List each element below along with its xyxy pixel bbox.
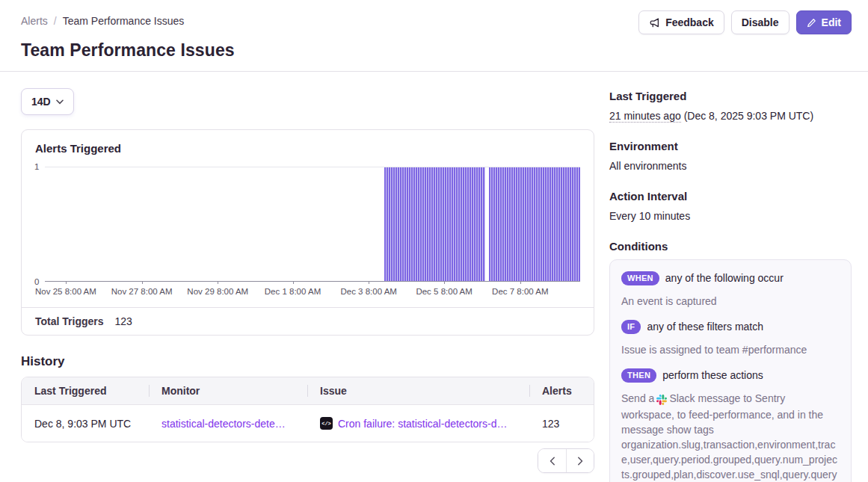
history-table-header: Last Triggered Monitor Issue Alerts (22, 377, 594, 405)
edit-button[interactable]: Edit (796, 10, 852, 34)
x-axis-tick-label: Nov 29 8:00 AM (187, 287, 248, 296)
breadcrumb-alerts-link[interactable]: Alerts (21, 15, 48, 27)
chevron-right-icon (577, 457, 583, 466)
bar-segment (384, 167, 485, 281)
chart-footer: Total Triggers 123 (22, 307, 594, 335)
chart-x-labels: Nov 25 8:00 AMNov 27 8:00 AMNov 29 8:00 … (45, 287, 580, 298)
breadcrumb: Alerts / Team Performance Issues (21, 10, 184, 27)
issue-link[interactable]: Cron failure: statistical-detectors-d… (338, 418, 507, 430)
chart-plot: 1 0 (45, 167, 580, 282)
then-detail-tags: organization.slug,transaction,environmen… (621, 437, 840, 482)
when-detail: An event is captured (621, 294, 840, 309)
history-table: Last Triggered Monitor Issue Alerts Dec … (21, 377, 594, 442)
history-heading: History (21, 354, 594, 369)
next-page-button[interactable] (566, 449, 594, 472)
x-axis-tick-label: Dec 7 8:00 AM (492, 287, 548, 296)
x-axis-tick-label: Nov 27 8:00 AM (111, 287, 173, 296)
relative-time[interactable]: 21 minutes ago (609, 110, 681, 123)
x-axis-tick-label: Dec 3 8:00 AM (340, 287, 396, 296)
chart-title: Alerts Triggered (35, 142, 580, 155)
column-header-last-triggered: Last Triggered (22, 377, 149, 404)
if-badge: IF (621, 320, 641, 334)
cell-monitor: statistical-detectors-dete… (149, 405, 307, 442)
x-axis-tick-mark (369, 281, 369, 284)
edit-button-label: Edit (822, 16, 841, 28)
action-interval-section: Action Interval Every 10 minutes (609, 190, 852, 223)
page-header: Alerts / Team Performance Issues Feedbac… (0, 0, 868, 72)
x-axis-tick-mark (218, 281, 218, 284)
table-row: Dec 8, 9:03 PM UTC statistical-detectors… (22, 405, 594, 442)
conditions-heading: Conditions (609, 240, 852, 253)
x-axis-tick-label: Nov 25 8:00 AM (35, 287, 96, 296)
last-triggered-section: Last Triggered 21 minutes ago (Dec 8, 20… (609, 90, 852, 123)
x-axis-tick-mark (520, 281, 521, 284)
action-interval-heading: Action Interval (609, 190, 852, 203)
breadcrumb-separator: / (54, 15, 57, 27)
environment-heading: Environment (609, 140, 852, 152)
pagination (21, 448, 594, 473)
alerts-triggered-chart-card: Alerts Triggered 1 0 Nov 25 8:00 AMNov 2… (21, 129, 594, 336)
action-interval-value: Every 10 minutes (609, 209, 852, 223)
y-axis-tick-top: 1 (34, 162, 39, 171)
then-condition-row: THEN perform these actions (621, 368, 840, 383)
x-axis-tick-mark (66, 281, 67, 284)
conditions-panel: WHEN any of the following occur An event… (609, 259, 852, 482)
breadcrumb-current: Team Performance Issues (63, 15, 185, 27)
when-condition-row: WHEN any of the following occur (621, 271, 840, 285)
when-badge: WHEN (621, 271, 659, 285)
cell-alerts: 123 (529, 405, 594, 442)
x-axis-tick-label: Dec 1 8:00 AM (265, 287, 321, 296)
bar-segment (489, 167, 580, 281)
then-detail: Send aSlack message to Sentry workspace,… (621, 391, 840, 482)
disable-button-label: Disable (742, 16, 779, 28)
last-triggered-heading: Last Triggered (609, 90, 852, 102)
cell-last-triggered: Dec 8, 9:03 PM UTC (22, 405, 149, 442)
chevron-down-icon (56, 99, 64, 105)
y-axis-tick-bottom: 0 (34, 277, 39, 286)
total-triggers-value: 123 (115, 315, 132, 327)
then-title: perform these actions (662, 369, 763, 381)
column-header-alerts: Alerts (529, 377, 594, 404)
feedback-button-label: Feedback (665, 16, 714, 28)
x-axis-tick-mark (293, 281, 294, 284)
when-title: any of the following occur (665, 272, 784, 284)
environment-section: Environment All environments (609, 140, 852, 173)
previous-page-button[interactable] (538, 449, 566, 472)
if-detail: Issue is assigned to team #performance (621, 342, 840, 357)
disable-button[interactable]: Disable (731, 10, 789, 34)
chevron-left-icon (550, 457, 555, 466)
time-range-selector[interactable]: 14D (21, 88, 74, 115)
chart-area: 1 0 Nov 25 8:00 AMNov 27 8:00 AMNov 29 8… (35, 167, 580, 298)
slack-icon (656, 392, 667, 407)
conditions-section: Conditions WHEN any of the following occ… (609, 240, 852, 482)
main-content: 14D Alerts Triggered 1 0 Nov 25 8:00 AMN… (0, 72, 868, 482)
details-sidebar: Last Triggered 21 minutes ago (Dec 8, 20… (609, 72, 852, 482)
total-triggers-label: Total Triggers (35, 315, 104, 327)
main-left-column: 14D Alerts Triggered 1 0 Nov 25 8:00 AMN… (21, 72, 594, 482)
code-icon: </> (320, 417, 333, 430)
environment-value: All environments (609, 159, 852, 173)
megaphone-icon (649, 17, 660, 28)
x-axis-tick-mark (444, 281, 445, 284)
column-header-issue: Issue (307, 377, 529, 404)
then-badge: THEN (621, 368, 656, 383)
if-title: any of these filters match (647, 321, 763, 333)
time-range-label: 14D (31, 96, 51, 108)
feedback-button[interactable]: Feedback (638, 10, 724, 34)
x-axis-tick-label: Dec 5 8:00 AM (416, 287, 472, 296)
absolute-time: (Dec 8, 2025 9:03 PM UTC) (684, 110, 814, 122)
column-header-monitor: Monitor (149, 377, 307, 404)
page-title: Team Performance Issues (21, 40, 852, 61)
pencil-icon (807, 18, 816, 28)
x-axis-tick-mark (142, 281, 143, 284)
if-condition-row: IF any of these filters match (621, 320, 840, 334)
cell-issue: </> Cron failure: statistical-detectors-… (307, 405, 529, 442)
monitor-link[interactable]: statistical-detectors-dete… (161, 418, 286, 430)
then-detail-prefix: Send a (621, 392, 654, 404)
header-actions: Feedback Disable Edit (638, 10, 852, 34)
